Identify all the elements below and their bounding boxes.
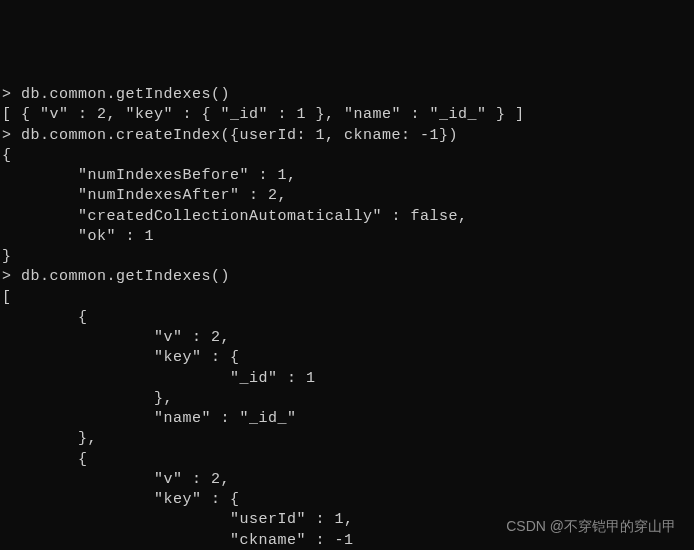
terminal-line: { [2, 308, 692, 328]
terminal-line: "numIndexesAfter" : 2, [2, 186, 692, 206]
terminal-line: "numIndexesBefore" : 1, [2, 166, 692, 186]
terminal-line: "key" : { [2, 348, 692, 368]
terminal-line: "_id" : 1 [2, 369, 692, 389]
terminal-line: }, [2, 389, 692, 409]
terminal-line: } [2, 247, 692, 267]
terminal-line: > db.common.getIndexes() [2, 85, 692, 105]
terminal-line: "v" : 2, [2, 470, 692, 490]
terminal-line: }, [2, 429, 692, 449]
terminal-line: [ [2, 288, 692, 308]
terminal-line: > db.common.getIndexes() [2, 267, 692, 287]
terminal-line: "key" : { [2, 490, 692, 510]
terminal-line: { [2, 146, 692, 166]
terminal-line: [ { "v" : 2, "key" : { "_id" : 1 }, "nam… [2, 105, 692, 125]
terminal-line: "createdCollectionAutomatically" : false… [2, 207, 692, 227]
watermark-text: CSDN @不穿铠甲的穿山甲 [506, 517, 676, 536]
terminal-line: "ok" : 1 [2, 227, 692, 247]
terminal-line: > db.common.createIndex({userId: 1, ckna… [2, 126, 692, 146]
terminal-line: { [2, 450, 692, 470]
terminal-output[interactable]: > db.common.getIndexes()[ { "v" : 2, "ke… [2, 85, 692, 550]
terminal-line: "v" : 2, [2, 328, 692, 348]
terminal-line: "name" : "_id_" [2, 409, 692, 429]
